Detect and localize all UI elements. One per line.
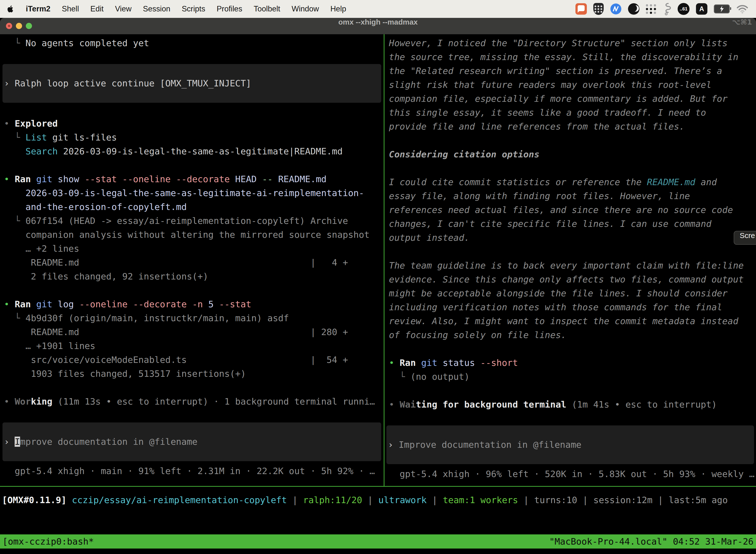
text-segment: git — [36, 174, 58, 184]
text-segment: changes, I can't cite specific file line… — [389, 219, 711, 229]
text-segment: ralph:11/20 — [303, 495, 362, 505]
dots-grid-icon[interactable] — [646, 4, 656, 14]
text-segment: | — [652, 495, 669, 505]
terminal-line: └ 067f154 (HEAD -> essay/ai-reimplementa… — [4, 214, 384, 228]
omx-status-bar: [OMX#0.11.9] cczip/essay/ai-reimplementa… — [0, 487, 756, 535]
macos-menu-bar: iTerm2 Shell Edit View Session Scripts P… — [0, 0, 756, 18]
text-segment: 5 — [208, 299, 219, 309]
text-segment: companion analysis without altering the … — [4, 230, 370, 240]
text-segment — [4, 146, 25, 156]
blank-line — [389, 245, 756, 259]
prompt-input-line: › Improve documentation in @filename — [4, 435, 381, 449]
text-segment: └ — [389, 372, 411, 382]
text-segment: • — [4, 118, 15, 128]
text-segment: --oneline — [122, 174, 176, 184]
menu-status-icons: ..61 A — [575, 2, 749, 15]
waiting-status-line: • Waiting for background terminal (1m 41… — [389, 398, 756, 411]
text-segment: evidence. Since this change only affects… — [389, 274, 744, 284]
menu-item-toolbelt[interactable]: Toolbelt — [254, 4, 280, 13]
blank-line — [389, 411, 756, 426]
text-segment: --decorate — [133, 299, 192, 309]
text-segment: | — [287, 495, 303, 505]
text-segment: └ — [4, 38, 25, 48]
terminal-line: I could cite commit statistics or refere… — [389, 175, 756, 189]
text-segment: review. Also, I might want to inspect th… — [389, 316, 738, 326]
blank-line — [389, 133, 756, 148]
terminal-line: provide file and line references from th… — [389, 120, 756, 133]
text-segment: --stat — [84, 174, 122, 184]
menu-item-scripts[interactable]: Scripts — [182, 4, 205, 13]
shield-keypad-icon[interactable] — [593, 3, 604, 15]
text-segment: src/voice/voiceModeEnabled.ts | 54 + — [4, 355, 348, 365]
percent-circle-icon[interactable]: ..61 — [678, 3, 690, 15]
text-segment: … +2 lines — [4, 243, 79, 254]
terminal-line: companion analysis without altering the … — [4, 228, 384, 242]
explored-header: • Explored — [4, 117, 384, 130]
blank-line — [4, 103, 384, 117]
text-segment: 1903 files changed, 513517 insertions(+) — [4, 369, 246, 379]
text-segment: • — [4, 174, 15, 184]
text-segment: Ran — [399, 358, 421, 368]
apple-icon[interactable] — [7, 5, 14, 13]
menu-item-profiles[interactable]: Profiles — [216, 4, 242, 13]
terminal-line: the "Related research writing" section i… — [389, 64, 756, 78]
tmux-host-clock-label: "MacBook-Pro-44.local" 04:52 31-Mar-26 — [549, 535, 754, 549]
terminal-line: review. Also, I might want to inspect th… — [389, 314, 756, 328]
text-segment: of focusing solely on file lines. — [389, 330, 566, 340]
text-segment: including verification notes with those … — [389, 302, 722, 312]
text-segment: README.md | 4 + — [4, 258, 348, 268]
window-title-bar: omx --xhigh --madmax ⌥⌘1 — [0, 18, 756, 34]
text-segment: └ — [4, 313, 25, 323]
text-segment: log — [58, 299, 79, 309]
terminal-line: src/voice/voiceModeEnabled.ts | 54 + — [4, 353, 384, 367]
text-segment: List — [25, 132, 52, 143]
terminal-line: └ List git ls-files — [4, 130, 384, 145]
a-square-icon[interactable]: A — [696, 3, 707, 15]
text-segment: (11m 13s • esc to interrupt) · 1 backgro… — [52, 396, 375, 406]
prompt-input-box[interactable]: › Improve documentation in @filename — [2, 423, 381, 461]
menu-item-view[interactable]: View — [115, 4, 132, 13]
text-segment: essay file, along with finding root file… — [389, 191, 690, 201]
moon-circle-icon[interactable] — [628, 3, 639, 15]
terminal-line: However, I noticed the "Directory Struct… — [389, 36, 756, 50]
terminal-line: README.md | 4 + — [4, 256, 384, 270]
terminal-line: references need actual files, and since … — [389, 203, 756, 217]
menu-item-window[interactable]: Window — [292, 4, 319, 13]
terminal-line: and-the-erosion-of-copyleft.md — [4, 200, 384, 214]
text-segment: However, I noticed the "Directory Struct… — [389, 38, 728, 48]
blank-line — [389, 342, 756, 356]
menu-item-shell[interactable]: Shell — [62, 4, 79, 13]
menu-items: iTerm2 Shell Edit View Session Scripts P… — [7, 4, 346, 13]
blue-badge-icon[interactable] — [610, 3, 622, 15]
working-status-line: • Working (11m 13s • esc to interrupt) ·… — [4, 395, 384, 408]
menu-item-iterm2[interactable]: iTerm2 — [26, 4, 50, 13]
messages-icon[interactable] — [575, 3, 587, 15]
text-segment: --short — [480, 358, 518, 368]
terminal-line: 2026-03-09-is-legal-the-same-as-legitima… — [4, 186, 384, 200]
text-segment: --stat — [219, 299, 251, 309]
terminal-line: changes, I can't cite specific file line… — [389, 217, 756, 231]
text-segment: 067f154 (HEAD -> essay/ai-reimplementati… — [25, 216, 348, 226]
prompt-input-box[interactable]: › Improve documentation in @filename — [386, 426, 754, 464]
battery-icon[interactable] — [714, 4, 730, 13]
squiggle-icon[interactable] — [663, 2, 671, 15]
menu-item-edit[interactable]: Edit — [90, 4, 104, 13]
ralph-loop-box: › Ralph loop active continue [OMX_TMUX_I… — [2, 64, 381, 103]
screen-indicator-tooltip[interactable]: Scre — [734, 231, 756, 245]
text-segment: the "Related research writing" section i… — [389, 66, 722, 76]
text-segment: output instead. — [389, 233, 469, 243]
menu-item-help[interactable]: Help — [330, 4, 346, 13]
terminal-line: this single essay, it seems like a good … — [389, 106, 756, 120]
blank-line — [4, 283, 384, 297]
wifi-icon[interactable] — [736, 4, 749, 14]
text-segment: 4b9d30f (origin/main, instructkr/main, m… — [25, 313, 289, 323]
text-segment: … +1901 lines — [4, 341, 95, 351]
text-segment: team:1 workers — [443, 495, 518, 505]
tmux-session-label: [omx-cczip0:bash* — [2, 535, 94, 549]
text-segment: └ — [4, 132, 25, 143]
menu-item-session[interactable]: Session — [143, 4, 170, 13]
terminal-line: README.md | 280 + — [4, 325, 384, 339]
tmux-status-bar: [omx-cczip0:bash* "MacBook-Pro-44.local"… — [0, 535, 756, 549]
terminal-area: └ No agents completed yet› Ralph loop ac… — [0, 34, 756, 486]
text-segment: | — [362, 495, 378, 505]
